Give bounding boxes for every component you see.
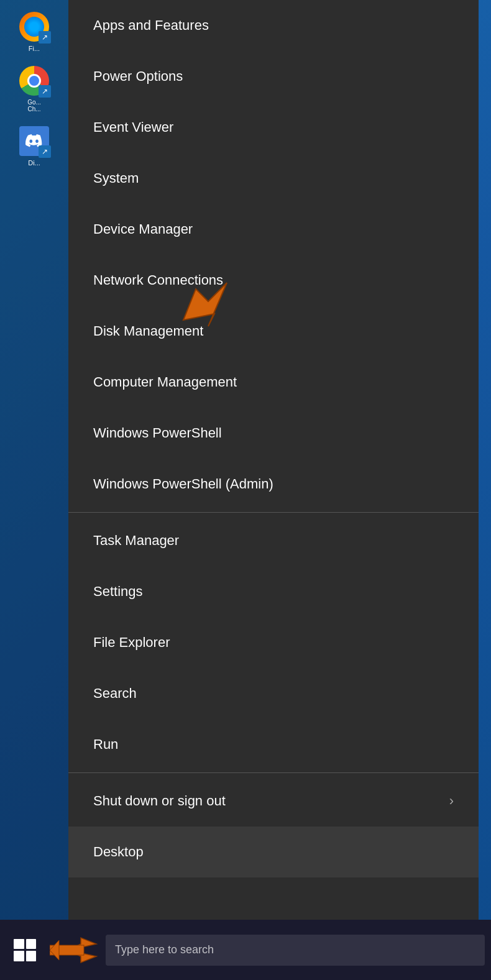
desktop-icon-area: ↗ Fi... ↗ Go... Ch... ↗ Di... xyxy=(0,0,68,920)
discord-label: Di... xyxy=(28,159,40,167)
menu-item-power-options[interactable]: Power Options xyxy=(68,51,479,102)
taskbar: Type here to search xyxy=(0,920,491,980)
menu-item-network-connections[interactable]: Network Connections xyxy=(68,255,479,306)
discord-shortcut-arrow: ↗ xyxy=(39,145,51,158)
chrome-shortcut-arrow: ↗ xyxy=(39,85,51,98)
menu-item-computer-management[interactable]: Computer Management xyxy=(68,357,479,408)
menu-divider-1 xyxy=(68,512,479,513)
context-menu: Apps and Features Power Options Event Vi… xyxy=(68,0,479,920)
chevron-right-icon: › xyxy=(449,793,454,809)
bottom-left-arrow xyxy=(50,932,99,969)
chrome-label: Go... xyxy=(27,99,41,106)
menu-item-run[interactable]: Run xyxy=(68,719,479,770)
discord-icon-item[interactable]: ↗ Di... xyxy=(6,121,62,172)
menu-item-search[interactable]: Search xyxy=(68,668,479,719)
menu-item-settings[interactable]: Settings xyxy=(68,566,479,617)
menu-item-task-manager[interactable]: Task Manager xyxy=(68,515,479,566)
svg-marker-4 xyxy=(50,940,59,960)
menu-item-disk-management[interactable]: Disk Management xyxy=(68,306,479,357)
firefox-icon-item[interactable]: ↗ Fi... xyxy=(6,6,62,57)
icon-shortcut-arrow: ↗ xyxy=(39,31,51,44)
menu-divider-2 xyxy=(68,772,479,773)
menu-item-shut-down[interactable]: Shut down or sign out › xyxy=(68,776,479,827)
menu-item-event-viewer[interactable]: Event Viewer xyxy=(68,102,479,153)
menu-item-device-manager[interactable]: Device Manager xyxy=(68,204,479,255)
menu-item-system[interactable]: System xyxy=(68,153,479,204)
search-placeholder: Type here to search xyxy=(115,943,214,956)
menu-item-windows-powershell[interactable]: Windows PowerShell xyxy=(68,408,479,459)
chrome-icon-item[interactable]: ↗ Go... Ch... xyxy=(6,60,62,117)
chrome-sublabel: Ch... xyxy=(27,106,40,112)
menu-item-file-explorer[interactable]: File Explorer xyxy=(68,617,479,668)
windows-logo-icon xyxy=(14,939,36,961)
firefox-label: Fi... xyxy=(29,45,40,52)
menu-item-windows-powershell-admin[interactable]: Windows PowerShell (Admin) xyxy=(68,459,479,510)
menu-item-apps-features[interactable]: Apps and Features xyxy=(68,0,479,51)
start-button[interactable] xyxy=(6,932,44,969)
menu-item-desktop[interactable]: Desktop xyxy=(68,827,479,877)
taskbar-search[interactable]: Type here to search xyxy=(106,935,485,966)
